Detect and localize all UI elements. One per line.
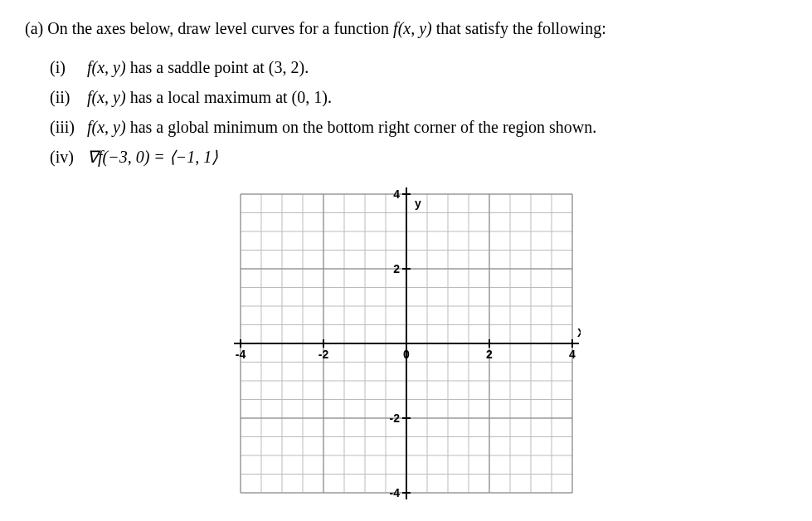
item-ii-mid: has a local maximum at: [126, 88, 292, 106]
svg-text:-4: -4: [235, 348, 246, 361]
part-label: (a): [25, 17, 43, 40]
item-ii-after: .: [328, 88, 332, 106]
item-ii-func: f(x, y): [87, 88, 126, 106]
coordinate-grid: -4-2024-4-224Xy: [232, 186, 581, 501]
roman-ii: (ii): [50, 85, 83, 110]
svg-text:4: 4: [393, 187, 400, 201]
prompt-text-after: that satisfy the following:: [432, 19, 606, 37]
svg-text:y: y: [415, 197, 421, 210]
item-i-after: .: [304, 58, 309, 76]
item-iv: (iv) ∇f(−3, 0) = ⟨−1, 1⟩: [50, 144, 787, 169]
chart-container: -4-2024-4-224Xy: [25, 186, 787, 505]
item-ii-point: (0, 1): [292, 88, 328, 106]
svg-text:2: 2: [486, 348, 493, 361]
svg-text:-4: -4: [389, 486, 400, 499]
item-i-func: f(x, y): [87, 58, 126, 76]
item-iii-func: f(x, y): [87, 118, 126, 136]
svg-text:-2: -2: [389, 411, 400, 425]
sub-items-list: (i) f(x, y) has a saddle point at (3, 2)…: [50, 55, 787, 169]
svg-text:0: 0: [403, 348, 410, 361]
item-iv-expr: ∇f(−3, 0) = ⟨−1, 1⟩: [87, 148, 218, 166]
roman-iv: (iv): [50, 144, 83, 169]
svg-text:4: 4: [569, 348, 576, 361]
roman-iii: (iii): [50, 114, 83, 139]
item-iii-mid: has a global minimum on the bottom right…: [126, 118, 597, 136]
item-i-point: (3, 2): [269, 58, 304, 76]
roman-i: (i): [50, 55, 83, 80]
item-i: (i) f(x, y) has a saddle point at (3, 2)…: [50, 55, 787, 80]
item-i-mid: has a saddle point at: [126, 58, 269, 76]
svg-text:X: X: [577, 326, 581, 339]
prompt-text-before: On the axes below, draw level curves for…: [47, 19, 393, 37]
prompt-func: f(x, y): [393, 19, 432, 37]
item-iii: (iii) f(x, y) has a global minimum on th…: [50, 114, 787, 139]
question-prompt: (a) On the axes below, draw level curves…: [25, 17, 787, 40]
item-ii: (ii) f(x, y) has a local maximum at (0, …: [50, 85, 787, 110]
svg-text:2: 2: [393, 262, 400, 275]
svg-text:-2: -2: [318, 348, 328, 361]
